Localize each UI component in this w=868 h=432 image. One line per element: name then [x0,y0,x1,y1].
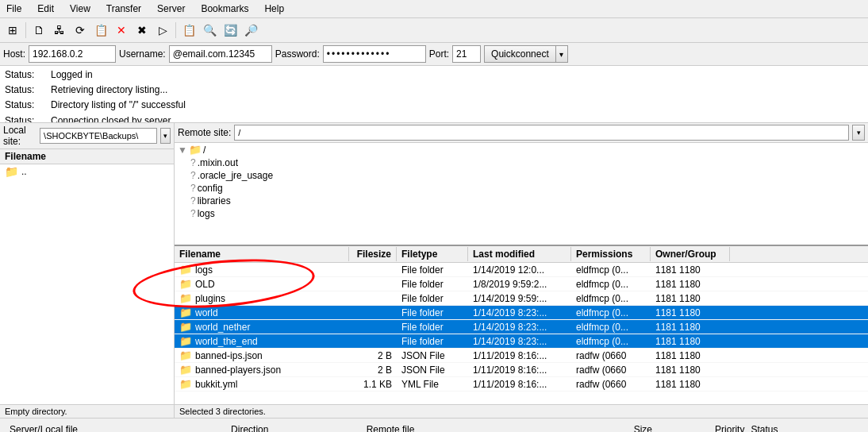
quickconnect-button[interactable]: Quickconnect [484,45,555,63]
menu-transfer[interactable]: Transfer [103,2,144,16]
tree-root-name: / [203,145,205,156]
toolbar-btn-site-manager[interactable]: 🖧 [50,21,69,40]
file-modified-cell: 1/11/2019 8:16:... [468,349,571,362]
toolbar-btn-disconnect[interactable]: ✕ [112,21,131,40]
toolbar-btn-3[interactable]: ▷ [153,21,172,40]
menu-file[interactable]: File [3,2,25,16]
file-name-text: logs [195,264,213,276]
local-pane: Local site: ▾ Filename 📁 .. Empty direct… [0,123,175,418]
menu-bookmarks[interactable]: Bookmarks [198,2,252,16]
remote-file-row[interactable]: 📁 plugins File folder 1/14/2019 9:59:...… [175,291,868,306]
remote-file-row[interactable]: 📁 banned-ips.json 2 B JSON File 1/11/201… [175,349,868,363]
file-name-text: bukkit.yml [195,379,237,390]
col-header-lastmod[interactable]: Last modified [468,247,571,261]
status-label-4: Status: [5,114,44,123]
toolbar-btn-search2[interactable]: 🔎 [241,21,260,40]
col-header-filetype[interactable]: Filetype [397,247,468,261]
tree-item-config[interactable]: ? config [175,182,868,195]
connection-bar: Host: Username: Password: Port: Quickcon… [0,43,868,66]
toolbar-btn-2[interactable]: 📋 [91,21,110,40]
remote-file-row[interactable]: 📁 OLD File folder 1/8/2019 9:59:2... eld… [175,277,868,291]
file-name-text: OLD [195,279,215,290]
port-input[interactable] [452,45,481,63]
file-modified-cell: 1/14/2019 12:0... [468,264,571,276]
host-input[interactable] [29,45,116,63]
remote-file-row[interactable]: 📁 world File folder 1/14/2019 8:23:... e… [175,306,868,320]
file-name-cell: 📁 world_the_end [175,334,349,348]
file-name-text: plugins [195,293,225,304]
col-header-owner[interactable]: Owner/Group [651,247,730,261]
remote-files: Filename Filesize Filetype Last modified… [175,246,868,404]
col-header-filename[interactable]: Filename [175,247,349,261]
status-line-1: Status: Logged in [5,68,863,83]
quickconnect-dropdown[interactable]: ▾ [555,45,568,63]
remote-file-row[interactable]: 📁 banned-players.json 2 B JSON File 1/11… [175,363,868,377]
local-path-dropdown[interactable]: ▾ [160,128,171,144]
menu-server[interactable]: Server [154,2,188,16]
status-line-4: Status: Connection closed by server [5,114,863,123]
status-val-3: Directory listing of "/" successful [51,98,186,113]
file-name-cell: 📁 plugins [175,291,349,305]
remote-file-row[interactable]: 📁 bukkit.yml 1.1 KB YML File 1/11/2019 8… [175,377,868,392]
username-input[interactable] [169,45,272,63]
file-name-text: world [195,307,218,318]
file-name-cell: 📁 banned-ips.json [175,349,349,362]
remote-file-list: 📁 logs File folder 1/14/2019 12:0... eld… [175,263,868,392]
file-modified-cell: 1/11/2019 8:16:... [468,378,571,391]
tree-item-oracle[interactable]: ? .oracle_jre_usage [175,169,868,182]
remote-path-input[interactable] [234,125,849,141]
menu-view[interactable]: View [67,2,94,16]
file-owner-cell: 1181 1180 [651,378,730,391]
statusbar: Server/Local file Direction Remote file … [0,418,868,432]
file-size-cell [349,312,397,314]
tree-config-name: config [198,183,223,194]
file-name-cell: 📁 logs [175,263,349,276]
statusbar-remote-file: Remote file [363,424,585,433]
toolbar-btn-cancel[interactable]: ✖ [133,21,152,40]
tree-item-logs[interactable]: ? logs [175,207,868,220]
tree-file-q4: ? [190,195,196,206]
password-input[interactable] [323,45,426,63]
tree-item-root[interactable]: ▼ 📁 / [175,143,868,156]
remote-file-row[interactable]: 📁 logs File folder 1/14/2019 12:0... eld… [175,263,868,277]
password-label: Password: [275,48,320,60]
toolbar-btn-sync[interactable]: 🔄 [221,21,240,40]
toolbar-btn-search[interactable]: 🔍 [200,21,219,40]
menu-help[interactable]: Help [261,2,287,16]
menu-edit[interactable]: Edit [34,2,57,16]
quickconnect-wrap: Quickconnect ▾ [484,45,568,63]
statusbar-status: Status [747,424,862,433]
toolbar-btn-1[interactable]: ⊞ [3,21,22,40]
status-val-1: Logged in [51,68,93,83]
tree-item-libraries[interactable]: ? libraries [175,195,868,207]
toolbar-btn-queue[interactable]: 📋 [179,21,198,40]
file-type-cell: JSON File [397,349,468,362]
tree-item-mixin[interactable]: ? .mixin.out [175,156,868,169]
file-type-cell: JSON File [397,364,468,376]
remote-path-dropdown[interactable]: ▾ [852,125,865,141]
col-header-filesize[interactable]: Filesize [349,247,397,261]
col-header-perms[interactable]: Permissions [571,247,651,261]
file-modified-cell: 1/14/2019 9:59:... [468,292,571,305]
remote-pane-header: Remote site: ▾ [175,123,868,143]
toolbar-btn-new-tab[interactable]: 🗋 [29,21,48,40]
file-owner-cell: 1181 1180 [651,307,730,319]
file-perms-cell: eldfmcp (0... [571,264,651,276]
tree-expand-icon: ▼ [178,145,187,156]
local-path-input[interactable] [40,128,157,144]
tree-file-q2: ? [190,170,196,181]
remote-file-row[interactable]: 📁 world_nether File folder 1/14/2019 8:2… [175,320,868,334]
status-val-2: Retrieving directory listing... [51,83,167,98]
folder-icon: 📁 [179,292,192,304]
file-perms-cell: radfw (0660 [571,364,651,376]
file-modified-cell: 1/8/2019 9:59:2... [468,278,571,291]
statusbar-size: Size [585,424,655,433]
file-perms-cell: eldfmcp (0... [571,307,651,319]
file-owner-cell: 1181 1180 [651,321,730,334]
local-file-parent[interactable]: 📁 .. [0,164,174,179]
file-size-cell: 2 B [349,364,397,376]
remote-file-row[interactable]: 📁 world_the_end File folder 1/14/2019 8:… [175,334,868,349]
file-owner-cell: 1181 1180 [651,264,730,276]
toolbar-btn-reconnect[interactable]: ⟳ [71,21,90,40]
file-name-cell: 📁 OLD [175,277,349,291]
